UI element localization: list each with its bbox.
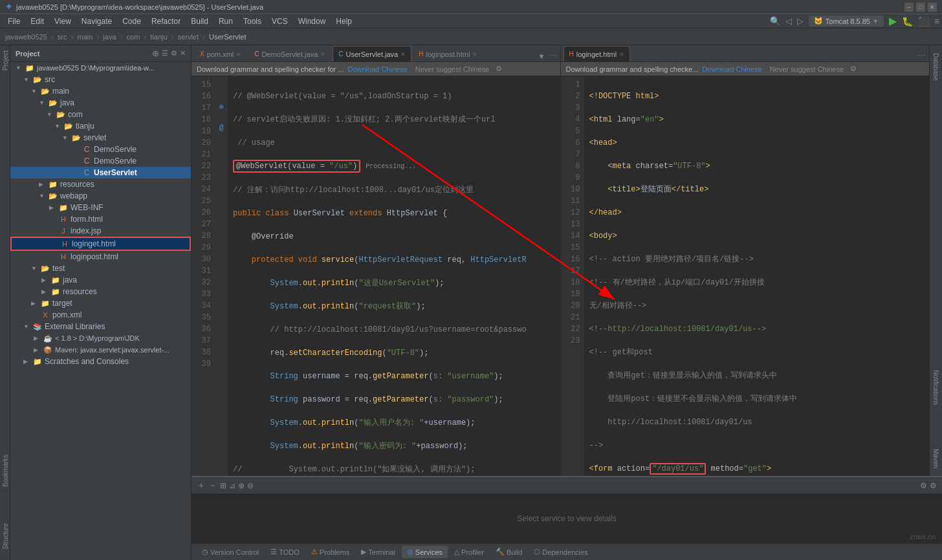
tree-item-index[interactable]: ▶ J index.jsp [10, 225, 191, 237]
tab-more-button[interactable]: ⋯ [548, 50, 558, 61]
notif-settings-icon-right[interactable]: ⚙ [850, 65, 857, 73]
tab-loginpost[interactable]: H loginpost.html ✕ [413, 46, 483, 61]
services-add-icon[interactable]: ＋ [197, 480, 206, 491]
menu-vcs[interactable]: VCS [267, 16, 293, 27]
breadcrumb-project[interactable]: javaweb0525 [5, 33, 47, 41]
menu-run[interactable]: Run [214, 16, 238, 27]
menu-window[interactable]: Window [293, 16, 331, 27]
breadcrumb-tianju[interactable]: tianju [150, 33, 167, 41]
tab-userservlet-close[interactable]: ✕ [400, 51, 406, 58]
tree-item-demoservlet1[interactable]: ▶ C DemoServle [10, 144, 191, 155]
left-code-lines[interactable]: // @WebServlet(value = "/us",loadOnStart… [228, 76, 560, 476]
right-tab-more-button[interactable]: ⋯ [917, 50, 926, 61]
never-suggest-link-left[interactable]: Never suggest Chinese [415, 65, 489, 73]
tree-item-java[interactable]: ▼ 📂 java [10, 97, 191, 109]
maven-side-label[interactable]: Maven [931, 446, 941, 471]
tree-item-scratches[interactable]: ▶ 📁 Scratches and Consoles [10, 356, 191, 367]
tab-services[interactable]: ◎ Services [402, 546, 448, 558]
menu-tools[interactable]: Tools [238, 16, 267, 27]
menu-help[interactable]: Help [331, 16, 357, 27]
sidebar-list-icon[interactable]: ☰ [162, 49, 168, 58]
right-code-lines[interactable]: <!DOCTYPE html> <html lang="en"> <head> … [584, 76, 930, 476]
notifications-side-label[interactable]: Notifications [931, 367, 941, 407]
tree-item-javaweb0525[interactable]: ▼ 📁 javaweb0525 D:\Myprogram\idea-w... [10, 62, 191, 74]
left-code-editor[interactable]: 1516171819 2021222324 2526272829 3031323… [192, 76, 560, 476]
tree-item-resources[interactable]: ▶ 📁 resources [10, 178, 191, 190]
breadcrumb-com[interactable]: com [127, 33, 140, 41]
services-expand-icon[interactable]: ⊕ [238, 481, 245, 490]
breadcrumb-userservlet[interactable]: UserServlet [209, 33, 246, 41]
tab-userservlet[interactable]: C UserServlet.java ✕ [333, 46, 411, 61]
services-filter-icon[interactable]: ⊿ [229, 481, 236, 490]
tree-item-main[interactable]: ▼ 📂 main [10, 85, 191, 97]
tree-item-servlet[interactable]: ▼ 📂 servlet [10, 132, 191, 144]
menu-view[interactable]: View [49, 16, 76, 27]
menu-file[interactable]: File [3, 16, 25, 27]
tree-item-test-java[interactable]: ▶ 📁 java [10, 274, 191, 286]
maximize-button[interactable]: □ [916, 3, 925, 12]
tab-pom-close[interactable]: ✕ [236, 51, 241, 58]
tab-problems[interactable]: ⚠ Problems [306, 546, 355, 558]
breadcrumb-java[interactable]: java [103, 33, 116, 41]
menu-build[interactable]: Build [186, 16, 214, 27]
breadcrumb-src[interactable]: src [58, 33, 67, 41]
project-side-label[interactable]: Project [0, 45, 10, 76]
tree-item-demoservlet2[interactable]: ▶ C DemoServle [10, 155, 191, 167]
tree-item-form[interactable]: ▶ H form.html [10, 213, 191, 225]
structure-side-label[interactable]: Structure [0, 518, 10, 555]
tab-profiler[interactable]: △ Profiler [449, 546, 489, 558]
tab-loginget-close[interactable]: ✕ [619, 51, 624, 58]
search-everywhere-icon[interactable]: 🔍 [770, 16, 780, 26]
breadcrumb-servlet[interactable]: servlet [178, 33, 199, 41]
stop-button[interactable]: ⬛ [918, 16, 929, 27]
tree-item-loginget[interactable]: ▶ H loginget.html [10, 237, 191, 251]
tomcat-selector[interactable]: 🐱 Tomcat 8.5.85 ▼ [809, 16, 884, 27]
tab-terminal[interactable]: ▶ Terminal [356, 546, 400, 558]
run-button[interactable]: ▶ [889, 15, 897, 27]
tab-demoservlet-close[interactable]: ✕ [320, 51, 325, 58]
tree-item-test-res[interactable]: ▶ 📁 resources [10, 286, 191, 297]
minimize-button[interactable]: – [904, 3, 914, 12]
tree-item-webapp[interactable]: ▼ 📂 webapp [10, 190, 191, 202]
tree-item-maven[interactable]: ▶ 📦 Maven: javax.servlet:javax.servlet-.… [10, 344, 191, 356]
tree-item-extlibs[interactable]: ▼ 📚 External Libraries [10, 321, 191, 332]
close-button[interactable]: ✕ [928, 3, 937, 12]
tree-item-target[interactable]: ▶ 📁 target [10, 297, 191, 309]
debug-button[interactable]: 🐛 [902, 16, 913, 27]
right-code-editor[interactable]: 12345 678910 1112131415 1617181920 21222… [561, 76, 930, 476]
tab-demoservlet[interactable]: C DemoServlet.java ✕ [248, 46, 331, 61]
sidebar-plus-icon[interactable]: ⊕ [152, 48, 159, 58]
tab-build[interactable]: 🔨 Build [490, 546, 527, 558]
tree-item-webinf[interactable]: ▶ 📁 WEB-INF [10, 202, 191, 213]
tab-todo[interactable]: ☰ TODO [265, 546, 305, 558]
menu-code[interactable]: Code [117, 16, 146, 27]
database-side-label[interactable]: Database [931, 50, 941, 83]
tree-item-src[interactable]: ▼ 📂 src [10, 74, 191, 85]
menu-refactor[interactable]: Refactor [146, 16, 186, 27]
tree-item-tianju[interactable]: ▼ 📂 tianju [10, 120, 191, 132]
bookmarks-side-label[interactable]: Bookmarks [0, 449, 10, 492]
nav-back-button[interactable]: ◁ [785, 16, 792, 26]
tab-dependencies[interactable]: ⬡ Dependencies [529, 546, 593, 558]
menu-edit[interactable]: Edit [25, 16, 49, 27]
breadcrumb-main[interactable]: main [78, 33, 93, 41]
tree-item-userservlet[interactable]: ▶ C UserServlet [10, 167, 191, 178]
tab-dropdown-button[interactable]: ▼ [537, 51, 547, 61]
services-settings-icon[interactable]: ⚙ [930, 481, 937, 490]
tab-pom-xml[interactable]: X pom.xml ✕ [194, 46, 247, 61]
services-gear-icon[interactable]: ⚙ [920, 481, 927, 490]
tab-loginget[interactable]: H loginget.html ✕ [564, 46, 631, 61]
tree-item-pom[interactable]: ▶ X pom.xml [10, 309, 191, 321]
tree-item-test[interactable]: ▼ 📂 test [10, 263, 191, 274]
services-group-icon[interactable]: ⊞ [220, 481, 226, 490]
more-actions-button[interactable]: ≡ [934, 16, 939, 27]
tab-loginpost-close[interactable]: ✕ [472, 51, 477, 58]
tree-item-com[interactable]: ▼ 📂 com [10, 109, 191, 120]
never-suggest-link-right[interactable]: Never suggest Chinese [770, 65, 844, 73]
tree-item-loginpost[interactable]: ▶ H loginpost.html [10, 251, 191, 263]
nav-forward-button[interactable]: ▷ [797, 16, 804, 26]
menu-navigate[interactable]: Navigate [76, 16, 117, 27]
tab-version-control[interactable]: ◷ Version Control [197, 546, 264, 558]
tree-item-jdk[interactable]: ▶ ☕ < 1.8 > D:\Myprogram\JDK [10, 332, 191, 344]
sidebar-close-icon[interactable]: ✕ [180, 49, 186, 58]
